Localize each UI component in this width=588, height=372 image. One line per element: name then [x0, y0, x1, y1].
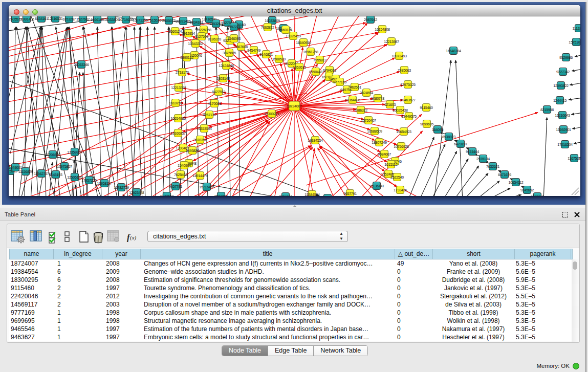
svg-text:3875685: 3875685 [223, 51, 236, 55]
svg-text:1588520: 1588520 [272, 57, 286, 61]
svg-text:16648784: 16648784 [446, 49, 461, 53]
svg-text:2087642: 2087642 [364, 17, 377, 22]
svg-text:10688609: 10688609 [367, 129, 382, 134]
svg-text:2405573: 2405573 [162, 18, 176, 23]
svg-text:7462661: 7462661 [348, 85, 361, 90]
svg-text:1244415: 1244415 [553, 98, 567, 103]
svg-text:8186328: 8186328 [208, 37, 221, 41]
svg-text:17957225: 17957225 [81, 178, 97, 183]
svg-text:10654982: 10654982 [170, 116, 186, 121]
svg-text:164095: 164095 [432, 127, 443, 132]
svg-text:7632621: 7632621 [486, 164, 499, 169]
svg-text:3824554: 3824554 [360, 91, 373, 95]
svg-text:16210643: 16210643 [555, 113, 570, 118]
svg-text:15300275: 15300275 [264, 112, 279, 116]
svg-text:15751074: 15751074 [569, 40, 580, 45]
svg-text:13975125: 13975125 [400, 82, 416, 87]
svg-text:18807249: 18807249 [372, 140, 387, 145]
svg-text:2367608: 2367608 [234, 45, 248, 49]
svg-text:19654923: 19654923 [396, 129, 411, 134]
svg-text:12213393: 12213393 [171, 85, 186, 90]
svg-text:7663822: 7663822 [261, 25, 274, 30]
svg-text:1610755: 1610755 [169, 101, 182, 105]
svg-text:10719155: 10719155 [118, 17, 134, 22]
svg-text:19166857: 19166857 [170, 131, 186, 136]
svg-text:7357224: 7357224 [227, 25, 241, 29]
svg-text:8660124: 8660124 [279, 28, 292, 32]
svg-text:16033809: 16033809 [265, 18, 280, 23]
svg-text:10025438: 10025438 [393, 108, 408, 113]
svg-text:15716485: 15716485 [199, 185, 214, 189]
svg-text:(x): (x) [130, 234, 137, 241]
svg-text:1549001: 1549001 [9, 165, 22, 170]
svg-text:16961758: 16961758 [303, 50, 318, 54]
svg-text:13325419: 13325419 [286, 34, 301, 38]
svg-text:6479197: 6479197 [454, 142, 467, 146]
svg-text:9529986: 9529986 [559, 55, 573, 60]
svg-text:1167531: 1167531 [568, 156, 580, 161]
svg-text:8834161: 8834161 [35, 16, 48, 21]
svg-text:9172653: 9172653 [160, 194, 173, 196]
svg-text:7625402: 7625402 [174, 172, 187, 177]
svg-text:19384554: 19384554 [308, 138, 323, 143]
svg-text:10975857: 10975857 [57, 164, 72, 169]
svg-text:12942757: 12942757 [34, 171, 49, 176]
svg-text:9127509: 9127509 [195, 34, 208, 39]
svg-text:1527602: 1527602 [76, 17, 90, 21]
svg-text:8938923: 8938923 [442, 135, 455, 139]
svg-text:16782759: 16782759 [114, 185, 129, 190]
svg-text:1615112: 1615112 [384, 162, 398, 167]
svg-text:20991406: 20991406 [176, 19, 191, 24]
svg-text:9890122: 9890122 [180, 55, 193, 60]
svg-text:1362615: 1362615 [293, 65, 306, 70]
svg-text:9245652: 9245652 [520, 188, 534, 192]
svg-text:17016504: 17016504 [557, 142, 573, 147]
svg-text:8561204: 8561204 [214, 194, 228, 196]
svg-text:10543352: 10543352 [188, 41, 203, 46]
svg-text:9227342: 9227342 [556, 70, 570, 74]
svg-text:15384554: 15384554 [304, 192, 320, 196]
svg-text:9657791: 9657791 [343, 191, 357, 196]
svg-text:10973493: 10973493 [391, 54, 407, 58]
svg-text:9084067: 9084067 [378, 152, 391, 157]
svg-text:12093822: 12093822 [553, 83, 569, 88]
svg-text:1733426: 1733426 [394, 188, 407, 192]
svg-text:16033809: 16033809 [104, 17, 119, 22]
svg-text:16154808: 16154808 [375, 27, 390, 32]
svg-text:19463627: 19463627 [400, 98, 416, 102]
svg-text:621603: 621603 [384, 102, 396, 107]
svg-text:6794028: 6794028 [323, 68, 336, 73]
svg-text:20206526: 20206526 [45, 152, 60, 157]
svg-text:8990448: 8990448 [309, 70, 322, 74]
svg-text:9699695: 9699695 [420, 122, 433, 126]
svg-text:7734120: 7734120 [279, 194, 292, 196]
svg-text:20991406: 20991406 [19, 17, 34, 21]
svg-text:10958117: 10958117 [97, 181, 112, 186]
svg-text:8660124: 8660124 [168, 29, 182, 34]
svg-text:11156829: 11156829 [18, 169, 33, 174]
svg-text:2803144: 2803144 [216, 76, 230, 81]
svg-text:15226058: 15226058 [196, 28, 211, 32]
svg-text:3878352: 3878352 [193, 138, 207, 142]
svg-text:12213987: 12213987 [384, 39, 399, 44]
svg-text:1112843: 1112843 [573, 26, 580, 31]
svg-text:2935134: 2935134 [476, 157, 490, 161]
svg-text:15353594: 15353594 [197, 126, 212, 131]
svg-text:9245612: 9245612 [531, 194, 544, 196]
svg-text:1540994: 1540994 [178, 163, 191, 168]
svg-text:7485063: 7485063 [398, 68, 411, 73]
svg-text:15720407: 15720407 [361, 118, 376, 123]
svg-text:9474444: 9474444 [466, 149, 479, 154]
svg-text:9657791: 9657791 [169, 184, 182, 189]
svg-text:1080748: 1080748 [371, 96, 384, 101]
svg-text:10654112: 10654112 [508, 180, 523, 185]
svg-text:20364436: 20364436 [345, 98, 360, 102]
svg-text:15692901: 15692901 [556, 127, 571, 132]
svg-text:4170081: 4170081 [208, 101, 221, 106]
svg-text:16971355: 16971355 [133, 18, 148, 23]
svg-text:8454749: 8454749 [247, 48, 260, 53]
svg-text:12424848: 12424848 [219, 63, 234, 68]
svg-text:2718170: 2718170 [176, 70, 189, 75]
svg-text:8267130: 8267130 [203, 113, 216, 117]
svg-text:7986322: 7986322 [354, 108, 367, 113]
